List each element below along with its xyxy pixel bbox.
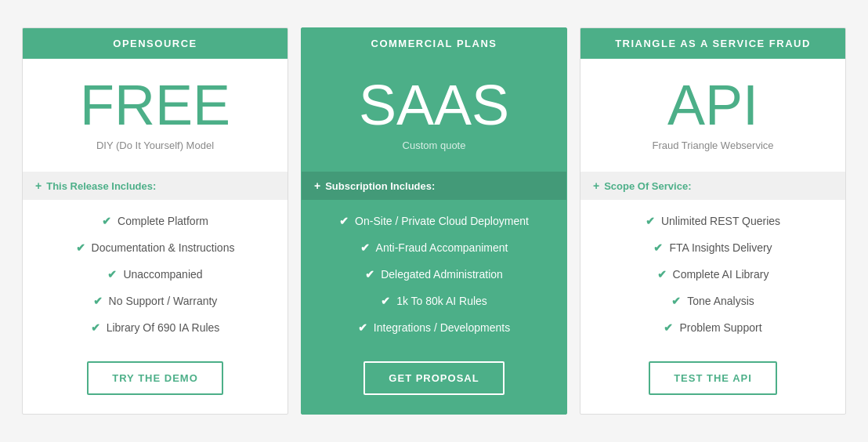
check-icon: ✔	[360, 241, 370, 254]
feature-text: Unlimited REST Queries	[661, 215, 780, 227]
list-item: ✔Problem Support	[593, 314, 833, 341]
plan-subtitle-api: Fraud Triangle Webservice	[596, 139, 830, 151]
section-label-text: This Release Includes:	[46, 180, 156, 192]
list-item: ✔Anti-Fraud Accompaniment	[314, 234, 554, 261]
cta-button-commercial[interactable]: GET PROPOSAL	[363, 361, 504, 395]
feature-text: Problem Support	[679, 321, 761, 334]
list-item: ✔FTA Insights Delivery	[593, 234, 833, 261]
plus-icon: +	[35, 179, 42, 192]
list-item: ✔1k To 80k AI Rules	[314, 288, 554, 314]
check-icon: ✔	[646, 215, 655, 227]
list-item: ✔Delegated Administration	[314, 261, 554, 288]
section-label-text: Subscription Includes:	[325, 180, 435, 192]
feature-text: Delegated Administration	[381, 268, 503, 281]
list-item: ✔Unaccompanied	[35, 261, 275, 288]
feature-text: Tone Analysis	[687, 295, 754, 307]
feature-text: Unaccompanied	[123, 268, 202, 281]
feature-text: FTA Insights Delivery	[669, 241, 772, 254]
plan-header-opensource: OPENSOURCE	[23, 28, 288, 59]
feature-list-commercial: ✔On-Site / Private Cloud Deployment✔Anti…	[302, 200, 566, 349]
feature-list-opensource: ✔Complete Platform✔Documentation & Instr…	[23, 200, 288, 349]
feature-text: Integrations / Developments	[374, 321, 510, 334]
check-icon: ✔	[657, 268, 667, 281]
feature-text: Documentation & Instructions	[92, 241, 235, 254]
feature-text: No Support / Warranty	[109, 295, 218, 307]
feature-text: 1k To 80k AI Rules	[396, 295, 487, 307]
plus-icon: +	[593, 179, 599, 192]
feature-text: On-Site / Private Cloud Deployment	[355, 215, 529, 227]
check-icon: ✔	[93, 295, 103, 307]
plan-card-api: TRIANGLE AS A SERVICE FRAUDAPIFraud Tria…	[580, 27, 846, 415]
pricing-section: OPENSOURCEFREEDIY (Do It Yourself) Model…	[16, 27, 852, 415]
check-icon: ✔	[76, 241, 85, 254]
plus-icon: +	[314, 179, 320, 192]
feature-text: Anti-Fraud Accompaniment	[376, 241, 508, 254]
plan-price-commercial: SAAS	[317, 74, 551, 136]
plan-card-commercial: COMMERCIAL PLANSSAASCustom quote+Subscri…	[301, 27, 567, 415]
plan-footer-opensource: TRY THE DEMO	[23, 349, 288, 414]
plan-footer-commercial: GET PROPOSAL	[302, 349, 566, 414]
check-icon: ✔	[365, 268, 374, 281]
plan-subtitle-commercial: Custom quote	[317, 139, 551, 151]
section-label-text: Scope Of Service:	[604, 180, 691, 192]
check-icon: ✔	[339, 215, 349, 227]
list-item: ✔Documentation & Instructions	[35, 234, 275, 261]
check-icon: ✔	[107, 268, 117, 281]
check-icon: ✔	[358, 321, 367, 334]
list-item: ✔Complete AI Library	[593, 261, 833, 288]
section-label-opensource: +This Release Includes:	[23, 172, 288, 200]
plan-body-api: APIFraud Triangle Webservice	[580, 59, 845, 172]
cta-button-opensource[interactable]: TRY THE DEMO	[87, 361, 223, 395]
plan-subtitle-opensource: DIY (Do It Yourself) Model	[38, 139, 272, 151]
plan-price-api: API	[596, 74, 830, 136]
check-icon: ✔	[653, 241, 663, 254]
plan-body-commercial: SAASCustom quote	[302, 59, 566, 172]
check-icon: ✔	[91, 321, 100, 334]
plan-price-opensource: FREE	[38, 74, 272, 136]
list-item: ✔No Support / Warranty	[35, 288, 275, 314]
plan-header-commercial: COMMERCIAL PLANS	[302, 28, 566, 59]
list-item: ✔Integrations / Developments	[314, 314, 554, 341]
check-icon: ✔	[102, 215, 111, 227]
feature-text: Complete AI Library	[673, 268, 769, 281]
list-item: ✔Complete Platform	[35, 208, 275, 234]
check-icon: ✔	[664, 321, 673, 334]
plan-footer-api: TEST THE API	[580, 349, 845, 414]
feature-text: Library Of 690 IA Rules	[107, 321, 220, 334]
plan-body-opensource: FREEDIY (Do It Yourself) Model	[23, 59, 288, 172]
list-item: ✔Tone Analysis	[593, 288, 833, 314]
list-item: ✔Library Of 690 IA Rules	[35, 314, 275, 341]
check-icon: ✔	[671, 295, 681, 307]
list-item: ✔Unlimited REST Queries	[593, 208, 833, 234]
section-label-commercial: +Subscription Includes:	[302, 172, 566, 200]
plan-card-opensource: OPENSOURCEFREEDIY (Do It Yourself) Model…	[22, 27, 288, 415]
feature-text: Complete Platform	[118, 215, 208, 227]
cta-button-api[interactable]: TEST THE API	[649, 361, 777, 395]
list-item: ✔On-Site / Private Cloud Deployment	[314, 208, 554, 234]
feature-list-api: ✔Unlimited REST Queries✔FTA Insights Del…	[580, 200, 845, 349]
check-icon: ✔	[381, 295, 390, 307]
plan-header-api: TRIANGLE AS A SERVICE FRAUD	[580, 28, 845, 59]
section-label-api: +Scope Of Service:	[580, 172, 845, 200]
